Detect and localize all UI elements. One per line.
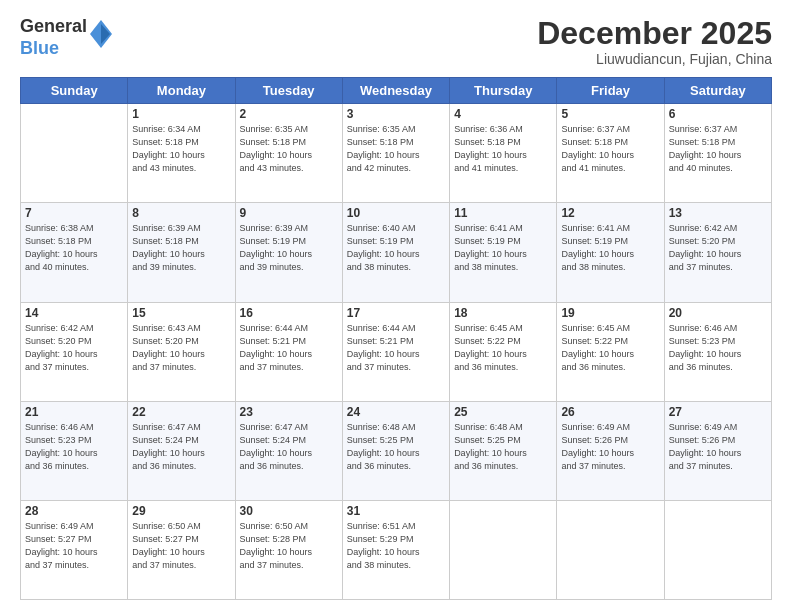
- day-number: 24: [347, 405, 445, 419]
- day-number: 12: [561, 206, 659, 220]
- day-info: Sunrise: 6:41 AM Sunset: 5:19 PM Dayligh…: [561, 222, 659, 274]
- calendar-cell: 29Sunrise: 6:50 AM Sunset: 5:27 PM Dayli…: [128, 500, 235, 599]
- calendar-cell: 9Sunrise: 6:39 AM Sunset: 5:19 PM Daylig…: [235, 203, 342, 302]
- month-title: December 2025: [537, 16, 772, 51]
- day-number: 18: [454, 306, 552, 320]
- day-number: 27: [669, 405, 767, 419]
- calendar-cell: [664, 500, 771, 599]
- week-row-5: 28Sunrise: 6:49 AM Sunset: 5:27 PM Dayli…: [21, 500, 772, 599]
- logo: General Blue: [20, 16, 112, 59]
- weekday-header-monday: Monday: [128, 78, 235, 104]
- day-info: Sunrise: 6:49 AM Sunset: 5:27 PM Dayligh…: [25, 520, 123, 572]
- calendar-cell: 5Sunrise: 6:37 AM Sunset: 5:18 PM Daylig…: [557, 104, 664, 203]
- weekday-header-tuesday: Tuesday: [235, 78, 342, 104]
- day-info: Sunrise: 6:42 AM Sunset: 5:20 PM Dayligh…: [25, 322, 123, 374]
- calendar-cell: 13Sunrise: 6:42 AM Sunset: 5:20 PM Dayli…: [664, 203, 771, 302]
- day-number: 23: [240, 405, 338, 419]
- calendar-cell: 18Sunrise: 6:45 AM Sunset: 5:22 PM Dayli…: [450, 302, 557, 401]
- day-number: 5: [561, 107, 659, 121]
- week-row-2: 7Sunrise: 6:38 AM Sunset: 5:18 PM Daylig…: [21, 203, 772, 302]
- day-info: Sunrise: 6:34 AM Sunset: 5:18 PM Dayligh…: [132, 123, 230, 175]
- day-info: Sunrise: 6:43 AM Sunset: 5:20 PM Dayligh…: [132, 322, 230, 374]
- day-info: Sunrise: 6:37 AM Sunset: 5:18 PM Dayligh…: [669, 123, 767, 175]
- calendar-cell: 14Sunrise: 6:42 AM Sunset: 5:20 PM Dayli…: [21, 302, 128, 401]
- day-number: 28: [25, 504, 123, 518]
- logo-text: General Blue: [20, 16, 112, 59]
- day-number: 26: [561, 405, 659, 419]
- calendar-cell: 1Sunrise: 6:34 AM Sunset: 5:18 PM Daylig…: [128, 104, 235, 203]
- day-info: Sunrise: 6:39 AM Sunset: 5:19 PM Dayligh…: [240, 222, 338, 274]
- day-info: Sunrise: 6:46 AM Sunset: 5:23 PM Dayligh…: [669, 322, 767, 374]
- calendar-table: SundayMondayTuesdayWednesdayThursdayFrid…: [20, 77, 772, 600]
- week-row-4: 21Sunrise: 6:46 AM Sunset: 5:23 PM Dayli…: [21, 401, 772, 500]
- day-number: 14: [25, 306, 123, 320]
- day-number: 19: [561, 306, 659, 320]
- day-info: Sunrise: 6:49 AM Sunset: 5:26 PM Dayligh…: [669, 421, 767, 473]
- calendar-cell: 11Sunrise: 6:41 AM Sunset: 5:19 PM Dayli…: [450, 203, 557, 302]
- day-number: 13: [669, 206, 767, 220]
- calendar-cell: 7Sunrise: 6:38 AM Sunset: 5:18 PM Daylig…: [21, 203, 128, 302]
- day-info: Sunrise: 6:51 AM Sunset: 5:29 PM Dayligh…: [347, 520, 445, 572]
- day-info: Sunrise: 6:47 AM Sunset: 5:24 PM Dayligh…: [240, 421, 338, 473]
- weekday-header-wednesday: Wednesday: [342, 78, 449, 104]
- logo-general: General: [20, 16, 87, 38]
- calendar-cell: 31Sunrise: 6:51 AM Sunset: 5:29 PM Dayli…: [342, 500, 449, 599]
- day-number: 21: [25, 405, 123, 419]
- calendar-cell: 27Sunrise: 6:49 AM Sunset: 5:26 PM Dayli…: [664, 401, 771, 500]
- day-number: 22: [132, 405, 230, 419]
- weekday-header-row: SundayMondayTuesdayWednesdayThursdayFrid…: [21, 78, 772, 104]
- day-number: 15: [132, 306, 230, 320]
- day-number: 29: [132, 504, 230, 518]
- weekday-header-sunday: Sunday: [21, 78, 128, 104]
- day-number: 25: [454, 405, 552, 419]
- weekday-header-friday: Friday: [557, 78, 664, 104]
- day-info: Sunrise: 6:38 AM Sunset: 5:18 PM Dayligh…: [25, 222, 123, 274]
- day-info: Sunrise: 6:39 AM Sunset: 5:18 PM Dayligh…: [132, 222, 230, 274]
- calendar-cell: 23Sunrise: 6:47 AM Sunset: 5:24 PM Dayli…: [235, 401, 342, 500]
- header: General Blue December 2025 Liuwudiancun,…: [20, 16, 772, 67]
- day-info: Sunrise: 6:37 AM Sunset: 5:18 PM Dayligh…: [561, 123, 659, 175]
- day-number: 9: [240, 206, 338, 220]
- calendar-cell: [450, 500, 557, 599]
- day-number: 10: [347, 206, 445, 220]
- day-info: Sunrise: 6:44 AM Sunset: 5:21 PM Dayligh…: [347, 322, 445, 374]
- calendar-cell: 30Sunrise: 6:50 AM Sunset: 5:28 PM Dayli…: [235, 500, 342, 599]
- day-number: 4: [454, 107, 552, 121]
- day-info: Sunrise: 6:50 AM Sunset: 5:27 PM Dayligh…: [132, 520, 230, 572]
- day-info: Sunrise: 6:40 AM Sunset: 5:19 PM Dayligh…: [347, 222, 445, 274]
- calendar-cell: 25Sunrise: 6:48 AM Sunset: 5:25 PM Dayli…: [450, 401, 557, 500]
- calendar-cell: 20Sunrise: 6:46 AM Sunset: 5:23 PM Dayli…: [664, 302, 771, 401]
- day-number: 6: [669, 107, 767, 121]
- calendar-cell: 6Sunrise: 6:37 AM Sunset: 5:18 PM Daylig…: [664, 104, 771, 203]
- weekday-header-saturday: Saturday: [664, 78, 771, 104]
- logo-icon: [90, 20, 112, 52]
- title-area: December 2025 Liuwudiancun, Fujian, Chin…: [537, 16, 772, 67]
- day-number: 7: [25, 206, 123, 220]
- calendar-cell: 10Sunrise: 6:40 AM Sunset: 5:19 PM Dayli…: [342, 203, 449, 302]
- day-info: Sunrise: 6:35 AM Sunset: 5:18 PM Dayligh…: [240, 123, 338, 175]
- calendar-cell: 4Sunrise: 6:36 AM Sunset: 5:18 PM Daylig…: [450, 104, 557, 203]
- day-info: Sunrise: 6:35 AM Sunset: 5:18 PM Dayligh…: [347, 123, 445, 175]
- calendar-cell: [21, 104, 128, 203]
- calendar-cell: 3Sunrise: 6:35 AM Sunset: 5:18 PM Daylig…: [342, 104, 449, 203]
- day-info: Sunrise: 6:47 AM Sunset: 5:24 PM Dayligh…: [132, 421, 230, 473]
- day-number: 17: [347, 306, 445, 320]
- day-number: 30: [240, 504, 338, 518]
- day-info: Sunrise: 6:48 AM Sunset: 5:25 PM Dayligh…: [347, 421, 445, 473]
- day-number: 1: [132, 107, 230, 121]
- day-number: 8: [132, 206, 230, 220]
- calendar-cell: 21Sunrise: 6:46 AM Sunset: 5:23 PM Dayli…: [21, 401, 128, 500]
- calendar-cell: 8Sunrise: 6:39 AM Sunset: 5:18 PM Daylig…: [128, 203, 235, 302]
- day-info: Sunrise: 6:45 AM Sunset: 5:22 PM Dayligh…: [561, 322, 659, 374]
- day-number: 20: [669, 306, 767, 320]
- day-info: Sunrise: 6:49 AM Sunset: 5:26 PM Dayligh…: [561, 421, 659, 473]
- weekday-header-thursday: Thursday: [450, 78, 557, 104]
- day-info: Sunrise: 6:45 AM Sunset: 5:22 PM Dayligh…: [454, 322, 552, 374]
- calendar-cell: 16Sunrise: 6:44 AM Sunset: 5:21 PM Dayli…: [235, 302, 342, 401]
- day-info: Sunrise: 6:48 AM Sunset: 5:25 PM Dayligh…: [454, 421, 552, 473]
- day-info: Sunrise: 6:50 AM Sunset: 5:28 PM Dayligh…: [240, 520, 338, 572]
- day-number: 3: [347, 107, 445, 121]
- calendar-cell: 12Sunrise: 6:41 AM Sunset: 5:19 PM Dayli…: [557, 203, 664, 302]
- day-number: 2: [240, 107, 338, 121]
- page: General Blue December 2025 Liuwudiancun,…: [0, 0, 792, 612]
